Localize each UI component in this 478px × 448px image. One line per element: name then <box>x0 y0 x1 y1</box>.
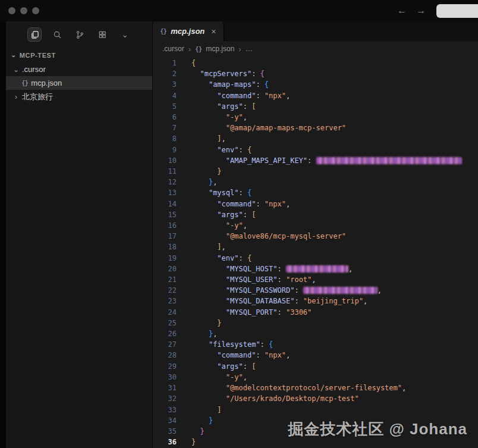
code-line: 2 "mcpServers": { <box>153 68 478 79</box>
source-control-icon[interactable] <box>73 27 87 42</box>
line-number: 16 <box>153 220 177 231</box>
code-line: 34 } <box>153 415 478 426</box>
minimize-window-button[interactable] <box>20 7 27 14</box>
code-line: 28 "command": "npx", <box>153 350 478 361</box>
zoom-window-button[interactable] <box>32 7 39 14</box>
breadcrumb-item[interactable]: mcp.json <box>206 45 234 53</box>
line-number: 4 <box>153 90 177 101</box>
chevron-right-icon: › <box>13 93 19 101</box>
line-number: 25 <box>153 318 177 328</box>
line-number: 30 <box>153 372 177 383</box>
code-line: 36} <box>153 437 478 447</box>
code-lines: 1{2 "mcpServers": {3 "amap-maps": {4 "co… <box>153 58 478 447</box>
sidebar-item-cursor-folder[interactable]: ⌄ .cursor <box>6 62 152 76</box>
line-number: 15 <box>153 209 177 220</box>
code-line: 23 "MYSQL_DATABASE": "beijing_trip", <box>153 296 478 306</box>
code-line: 25 } <box>153 318 478 328</box>
search-icon[interactable] <box>50 27 64 42</box>
json-file-icon: {} <box>21 79 28 87</box>
line-number: 18 <box>153 242 177 252</box>
code-line: 9 "env": { <box>153 145 478 155</box>
line-number: 36 <box>153 437 177 447</box>
code-line: 10 "AMAP_MAPS_API_KEY": <box>153 155 478 166</box>
line-number: 12 <box>153 177 177 187</box>
project-name: MCP-TEST <box>20 52 56 59</box>
line-number: 2 <box>153 68 177 79</box>
code-line: 21 "MYSQL_USER": "root", <box>153 274 478 285</box>
close-window-button[interactable] <box>8 7 15 14</box>
sidebar-toolbar: ⌄ <box>6 24 152 45</box>
line-number: 8 <box>153 133 177 144</box>
code-line: 29 "args": [ <box>153 361 478 372</box>
breadcrumb-item[interactable]: … <box>246 45 253 53</box>
json-file-icon: {} <box>195 45 202 53</box>
window-edge <box>0 21 6 448</box>
sidebar-item-beijing-trip-folder[interactable]: › 北京旅行 <box>6 90 152 104</box>
tab-bar: {} mcp.json × <box>153 21 478 41</box>
nav-back-button[interactable]: ← <box>397 5 407 16</box>
line-number: 6 <box>153 112 177 123</box>
folder-label: .cursor <box>22 65 46 74</box>
code-line: 19 "env": { <box>153 253 478 264</box>
line-number: 22 <box>153 285 177 296</box>
line-number: 29 <box>153 361 177 372</box>
file-label: mcp.json <box>31 79 62 87</box>
code-line: 16 "-y", <box>153 220 478 231</box>
code-line: 30 "-y", <box>153 372 478 383</box>
code-line: 7 "@amap/amap-maps-mcp-server" <box>153 123 478 133</box>
line-number: 21 <box>153 274 177 285</box>
sidebar: ⌄ ⌄ MCP-TEST ⌄ .cursor {} mcp.json › 北京旅 <box>6 21 153 448</box>
breadcrumb-item[interactable]: .cursor <box>162 45 184 53</box>
line-number: 1 <box>153 58 177 68</box>
line-number: 23 <box>153 296 177 306</box>
breadcrumb: .cursor › {} mcp.json › … <box>153 41 478 57</box>
line-number: 26 <box>153 328 177 339</box>
line-number: 5 <box>153 101 177 112</box>
json-file-icon: {} <box>160 27 166 35</box>
code-line: 24 "MYSQL_PORT": "3306" <box>153 307 478 318</box>
line-number: 19 <box>153 253 177 264</box>
editor-group: {} mcp.json × .cursor › {} mcp.json › … … <box>153 21 478 448</box>
code-line: 22 "MYSQL_PASSWORD": , <box>153 285 478 296</box>
code-line: 35 } <box>153 426 478 437</box>
code-line: 13 "mysql": { <box>153 187 478 198</box>
tab-mcp-json[interactable]: {} mcp.json × <box>153 21 224 41</box>
chevron-down-icon[interactable]: ⌄ <box>118 27 132 42</box>
sidebar-item-mcp-json[interactable]: {} mcp.json <box>6 76 152 90</box>
code-line: 15 "args": [ <box>153 209 478 220</box>
code-line: 4 "command": "npx", <box>153 90 478 101</box>
code-line: 20 "MYSQL_HOST": , <box>153 264 478 274</box>
code-line: 5 "args": [ <box>153 101 478 112</box>
command-center-search[interactable] <box>436 4 478 18</box>
explorer-icon[interactable] <box>27 27 42 42</box>
code-line: 11 } <box>153 166 478 177</box>
line-number: 17 <box>153 231 177 242</box>
nav-forward-button[interactable]: → <box>416 5 426 16</box>
line-number: 31 <box>153 383 177 393</box>
line-number: 32 <box>153 393 177 404</box>
code-line: 12 }, <box>153 177 478 187</box>
line-number: 20 <box>153 264 177 274</box>
code-line: 26 }, <box>153 328 478 339</box>
extensions-icon[interactable] <box>95 27 109 42</box>
line-number: 24 <box>153 307 177 318</box>
code-line: 3 "amap-maps": { <box>153 79 478 90</box>
breadcrumb-separator-icon: › <box>238 45 241 54</box>
line-number: 33 <box>153 405 177 415</box>
code-line: 27 "filesystem": { <box>153 339 478 350</box>
title-bar: ← → <box>0 0 478 21</box>
code-line: 32 "/Users/krado/Desktop/mcp-test" <box>153 393 478 404</box>
breadcrumb-separator-icon: › <box>188 45 191 54</box>
file-tree: ⌄ .cursor {} mcp.json › 北京旅行 <box>6 62 152 104</box>
traffic-lights <box>0 7 39 14</box>
redacted-value <box>303 287 378 294</box>
line-number: 28 <box>153 350 177 361</box>
explorer-section-header[interactable]: ⌄ MCP-TEST <box>6 45 152 62</box>
tab-close-icon[interactable]: × <box>211 27 216 36</box>
code-line: 17 "@malove86/mcp-mysql-server" <box>153 231 478 242</box>
line-number: 13 <box>153 187 177 198</box>
code-line: 33 ] <box>153 405 478 415</box>
redacted-value <box>286 265 348 272</box>
app-window: ← → <box>0 0 478 448</box>
code-editor[interactable]: 1{2 "mcpServers": {3 "amap-maps": {4 "co… <box>153 57 478 448</box>
